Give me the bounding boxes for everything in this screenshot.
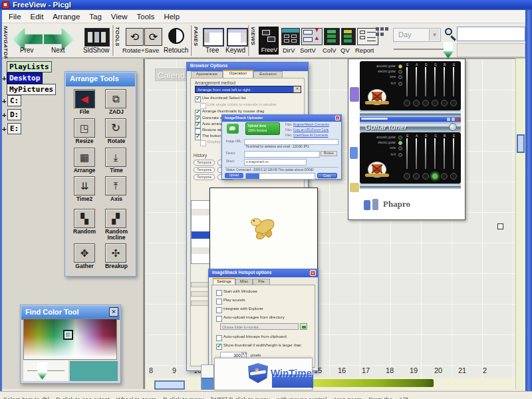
period-select[interactable]: Day ▼ bbox=[393, 28, 441, 42]
menu-tag[interactable]: Tag bbox=[89, 13, 102, 21]
string-button[interactable] bbox=[450, 100, 457, 106]
history-button[interactable]: Tempora bbox=[194, 174, 215, 180]
zoom-slider-track[interactable] bbox=[394, 49, 447, 50]
timeline-selection-block[interactable] bbox=[154, 380, 185, 390]
quickview-icon[interactable] bbox=[341, 28, 356, 45]
radio-electric[interactable] bbox=[398, 141, 402, 145]
options-checkbox-7[interactable] bbox=[200, 140, 206, 146]
string-button[interactable] bbox=[404, 100, 410, 106]
direct-field[interactable]: a.imageshack.us bbox=[244, 159, 307, 166]
history-button[interactable]: Tempora bbox=[194, 167, 215, 173]
rotate-right-icon[interactable]: ⟳ bbox=[144, 28, 162, 46]
browse-folder-icon[interactable] bbox=[300, 323, 307, 330]
arrange-gather-icon[interactable]: ✥ bbox=[74, 243, 95, 263]
hotspot-checkbox-2[interactable] bbox=[216, 307, 222, 313]
arrangement-dropdown-arrow-icon[interactable]: ▼ bbox=[293, 86, 301, 92]
arrangement-method-select[interactable]: Arrange from most left to right ▼ bbox=[195, 86, 301, 93]
title-bar[interactable]: FreeView - Picgl bbox=[0, 0, 532, 10]
string-button[interactable] bbox=[413, 100, 420, 106]
options-checkbox-4[interactable] bbox=[195, 122, 201, 128]
string-button[interactable] bbox=[404, 173, 410, 180]
close-icon[interactable]: × bbox=[310, 270, 316, 276]
scrollbar-thumb[interactable] bbox=[517, 134, 525, 153]
frog-image-window[interactable] bbox=[209, 188, 318, 271]
dirview-icon[interactable] bbox=[281, 28, 300, 45]
thumb-size-icon[interactable] bbox=[376, 27, 390, 38]
sidebar-item-desktop[interactable]: Desktop bbox=[7, 72, 43, 84]
sidebar-item-c-drive[interactable]: C: bbox=[7, 95, 21, 106]
image-url-field[interactable] bbox=[244, 139, 338, 145]
radio-electric[interactable] bbox=[398, 70, 402, 74]
string-button[interactable] bbox=[422, 100, 429, 106]
expand-toggle-d[interactable]: + bbox=[2, 110, 7, 119]
monitor-directory-combo[interactable]: Choose folder to monitor... bbox=[220, 323, 299, 330]
arrange-file-icon[interactable]: ◀ bbox=[74, 89, 95, 108]
close-icon[interactable]: × bbox=[335, 116, 340, 120]
radio-tone[interactable] bbox=[398, 75, 402, 79]
sortview-icon[interactable]: ▼ ▲ bbox=[301, 28, 323, 45]
freeview-button[interactable]: FreeV bbox=[259, 27, 279, 55]
arrange-time-icon[interactable]: ⤓ bbox=[105, 148, 126, 167]
string-button[interactable] bbox=[422, 173, 429, 180]
menu-edit[interactable]: Edit bbox=[31, 13, 44, 21]
options-checkbox-1[interactable] bbox=[200, 103, 206, 109]
radio-hifi[interactable] bbox=[398, 153, 402, 157]
arrange-random-icon[interactable]: ▚ bbox=[74, 209, 95, 228]
string-button[interactable] bbox=[413, 173, 420, 180]
history-button[interactable]: Tempora bbox=[194, 160, 215, 166]
close-icon[interactable]: ✕ bbox=[109, 307, 118, 317]
selection-marker[interactable] bbox=[497, 223, 503, 229]
expand-toggle-desktop[interactable]: + bbox=[2, 74, 7, 82]
menu-view[interactable]: View bbox=[111, 13, 128, 21]
tree-pane-icon[interactable] bbox=[203, 28, 224, 47]
hotspot-checkbox-0[interactable] bbox=[216, 290, 222, 296]
wintime-window[interactable]: ♛ WinTime bbox=[214, 358, 313, 390]
slideshow-icon[interactable] bbox=[84, 28, 110, 47]
radio-acoustic[interactable] bbox=[398, 136, 402, 140]
hotspot-checkbox-4[interactable] bbox=[216, 335, 222, 341]
arrange-tools-title[interactable]: Arrange Tools bbox=[66, 72, 135, 86]
uploader-link[interactable]: Crash/Save All Comments bbox=[293, 134, 329, 137]
arrange-resize-icon[interactable]: ◳ bbox=[74, 118, 95, 138]
vertical-scrollbar[interactable] bbox=[515, 59, 525, 389]
arrange-axis-icon[interactable]: ⤒ bbox=[105, 176, 126, 196]
find-color-title[interactable]: Find Color Tool bbox=[21, 306, 120, 320]
arrange-time2-icon[interactable]: ⇊ bbox=[74, 176, 95, 196]
period-dropdown-arrow-icon[interactable]: ▼ bbox=[429, 29, 440, 41]
expand-toggle-c[interactable]: + bbox=[2, 96, 7, 105]
options-checkbox-0[interactable] bbox=[195, 96, 201, 102]
string-button-active[interactable] bbox=[432, 173, 438, 180]
string-button[interactable] bbox=[432, 100, 438, 106]
forum-field[interactable] bbox=[244, 151, 320, 158]
expand-toggle-e[interactable]: + bbox=[2, 124, 7, 133]
colview-icon[interactable] bbox=[324, 28, 340, 45]
sidebar-item-playlists[interactable]: PlayLists bbox=[7, 61, 52, 72]
string-button[interactable] bbox=[450, 173, 457, 180]
hotspot-dialog-title[interactable]: ImageShack Hotspot options bbox=[209, 269, 318, 277]
menu-tools[interactable]: Tools bbox=[137, 13, 155, 21]
arrange-breakup-icon[interactable]: ✣ bbox=[105, 243, 126, 263]
color-cursor[interactable] bbox=[63, 330, 73, 340]
string-button[interactable] bbox=[441, 100, 448, 106]
menu-arrange[interactable]: Arrange bbox=[53, 13, 80, 21]
menu-file[interactable]: File bbox=[9, 13, 21, 21]
uploader-link[interactable]: Copy an URL/Forum Code bbox=[293, 128, 329, 132]
hotspot-checkbox-1[interactable] bbox=[216, 299, 222, 305]
arrange-zadj-icon[interactable]: ⧉ bbox=[105, 89, 126, 108]
radio-acoustic[interactable] bbox=[398, 65, 402, 68]
sidebar-item-e-drive[interactable]: E: bbox=[7, 123, 21, 134]
uploader-link[interactable]: Register/Watch Comments bbox=[293, 123, 329, 126]
retouch-icon[interactable] bbox=[168, 28, 184, 44]
zoom-slider-handle[interactable] bbox=[444, 42, 453, 59]
radio-hifi[interactable] bbox=[398, 82, 402, 86]
search-input[interactable] bbox=[457, 27, 525, 41]
menu-help[interactable]: Help bbox=[164, 13, 180, 21]
arrange-rotate-icon[interactable]: ↻ bbox=[105, 118, 126, 138]
options-checkbox-6[interactable] bbox=[195, 134, 201, 140]
sidebar-item-mypictures[interactable]: MyPictures bbox=[7, 84, 56, 95]
rotate-left-icon[interactable]: ⟲ bbox=[126, 28, 144, 46]
uploader-dialog-title[interactable]: ImageShack Uploader bbox=[222, 115, 341, 122]
copy-button[interactable]: Copy bbox=[317, 173, 337, 178]
radio-tone[interactable] bbox=[398, 146, 402, 150]
keyword-pane-icon[interactable] bbox=[227, 28, 248, 47]
